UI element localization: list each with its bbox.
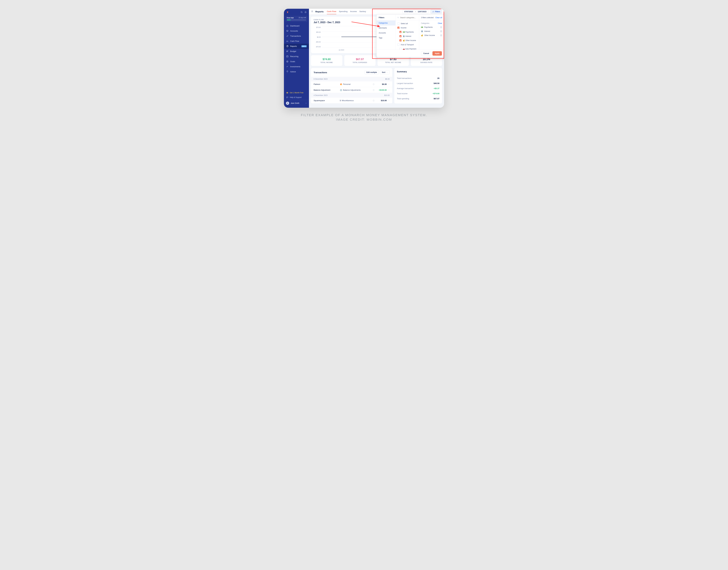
page-title: Reports [315, 10, 324, 13]
investments-icon [286, 65, 288, 68]
svg-point-12 [398, 17, 399, 18]
svg-rect-17 [373, 89, 374, 91]
filter-search[interactable] [396, 15, 419, 20]
search-icon [397, 17, 399, 18]
summary-row: Total spending$67.07 [397, 96, 439, 101]
tab-income[interactable]: Income [350, 9, 357, 14]
transaction-row[interactable]: Patreon 🔥 Personal $6.00 [311, 81, 392, 87]
cancel-button[interactable]: Cancel [421, 51, 431, 56]
sidebar-item-reports[interactable]: ReportsBETA [284, 44, 309, 49]
filters-panel-title: Filters [377, 15, 396, 20]
menu-button[interactable] [311, 10, 313, 13]
summary-row: Average transaction+$5.37 [397, 86, 439, 91]
arrow-right-icon [415, 11, 416, 13]
avatar-icon [286, 101, 289, 105]
trial-status: Free trial 20 days left [285, 16, 307, 22]
chat-icon [286, 96, 288, 98]
chosen-filter-chip: 💵Paychecks [419, 25, 444, 29]
filters-button[interactable]: Filters [430, 10, 442, 14]
svg-point-11 [433, 12, 433, 12]
transactions-card: Transactions Edit multiple Sort 6 Decemb… [311, 68, 392, 103]
svg-rect-4 [286, 56, 288, 57]
remove-chip-icon[interactable] [440, 26, 442, 28]
budget-icon [286, 50, 288, 52]
sidebar-item-cashflow[interactable]: Cash Flow [284, 39, 309, 44]
chevron-right-icon [388, 89, 390, 91]
promo-link[interactable]: Get 1 Month Free [284, 90, 309, 95]
svg-line-19 [351, 22, 380, 26]
search-icon[interactable] [300, 11, 303, 13]
filter-tab-tags[interactable]: Tags [377, 35, 396, 40]
tab-cash-flow[interactable]: Cash Flow [327, 9, 336, 14]
clear-chosen-link[interactable]: Clear [438, 22, 442, 24]
filters-panel: Filters 3 filters selected Clear all Cat… [377, 15, 444, 57]
figure-caption: FILTER EXAMPLE OF A MONARCH MONEY MANAGE… [284, 113, 444, 122]
topbar: Reports Cash FlowSpendingIncomeSankey 07… [309, 9, 444, 15]
stat-card: $74.60TOTAL INCOME [311, 55, 342, 66]
summary-row: Total transactions26 [397, 76, 439, 81]
chosen-filter-chip: 💰Other Income [419, 33, 444, 37]
select-all-option[interactable]: Select all [396, 21, 419, 26]
filter-tab-accounts[interactable]: Accounts [377, 30, 396, 35]
sidebar-item-recurring[interactable]: Recurring [284, 54, 309, 59]
sidebar-item-transactions[interactable]: Transactions [284, 33, 309, 39]
filter-option[interactable]: 💰 Other Income [396, 38, 419, 42]
sort-button[interactable]: Sort [380, 70, 390, 74]
chevron-down-icon [305, 102, 307, 104]
cashflow-icon [286, 40, 288, 42]
remove-chip-icon[interactable] [440, 30, 442, 32]
summary-row: Largest transaction$40.50 [397, 81, 439, 86]
edit-multiple-button[interactable]: Edit multiple [365, 70, 379, 74]
summary-card: Summary Total transactions26Largest tran… [394, 68, 442, 103]
svg-point-0 [301, 11, 302, 13]
sidebar-item-budget[interactable]: Budget [284, 49, 309, 54]
reports-icon [286, 45, 288, 47]
bell-icon[interactable] [304, 11, 307, 13]
sidebar-item-investments[interactable]: Investments [284, 64, 309, 69]
sidebar-item-accounts[interactable]: Accounts [284, 28, 309, 33]
receipt-icon [373, 89, 375, 91]
user-menu[interactable]: Jane Smith [284, 100, 309, 106]
dashboard-icon [286, 25, 288, 27]
sidebar-item-goals[interactable]: Goals [284, 59, 309, 64]
filters-count: 3 filters selected [421, 17, 434, 19]
receipt-icon [373, 83, 375, 85]
svg-point-10 [433, 11, 434, 11]
svg-rect-18 [373, 100, 374, 101]
receipt-icon [373, 100, 375, 101]
filter-option[interactable]: 💵 Paychecks [396, 30, 419, 34]
accounts-icon [286, 30, 288, 32]
recurring-icon [286, 55, 288, 57]
filter-option[interactable]: Auto & Transport [396, 42, 419, 47]
summary-row: Total income+$74.60 [397, 91, 439, 96]
app-window: Free trial 20 days left DashboardAccount… [284, 9, 444, 108]
sidebar-item-advice[interactable]: Advice [284, 69, 309, 74]
transaction-row[interactable]: Balance Adjustment ⚖️ Balance Adjustment… [311, 87, 392, 93]
date-range-picker[interactable]: 07/07/2023 12/07/2023 [403, 10, 428, 14]
chevron-right-icon [388, 83, 390, 85]
transaction-row[interactable]: Squarespace $ Miscellaneous $10.00 [311, 98, 392, 103]
advice-icon [286, 71, 288, 73]
chevron-right-icon [388, 100, 390, 101]
transactions-icon [286, 35, 288, 37]
filter-option[interactable]: Income [396, 26, 419, 30]
sidebar-item-dashboard[interactable]: Dashboard [284, 23, 309, 28]
apply-button[interactable]: Apply [433, 51, 442, 56]
annotation-arrow [351, 21, 381, 27]
svg-point-6 [287, 61, 288, 62]
remove-chip-icon[interactable] [440, 34, 442, 36]
filter-option[interactable]: 🏦 Interest [396, 34, 419, 38]
svg-rect-16 [373, 83, 374, 85]
sidebar: Free trial 20 days left DashboardAccount… [284, 9, 309, 108]
help-link[interactable]: Help & Support [284, 95, 309, 100]
tab-spending[interactable]: Spending [339, 9, 347, 14]
tab-sankey[interactable]: Sankey [359, 9, 366, 14]
svg-point-5 [286, 61, 288, 62]
svg-point-9 [287, 102, 288, 103]
app-logo-icon [286, 11, 289, 13]
chevron-down-icon [386, 72, 388, 73]
tx-date-header: 4 December 2023$10.00 [311, 93, 392, 98]
filter-option[interactable]: 🚗 Auto Payment [396, 47, 419, 50]
clear-all-link[interactable]: Clear all [435, 17, 442, 19]
sliders-icon [432, 11, 434, 13]
